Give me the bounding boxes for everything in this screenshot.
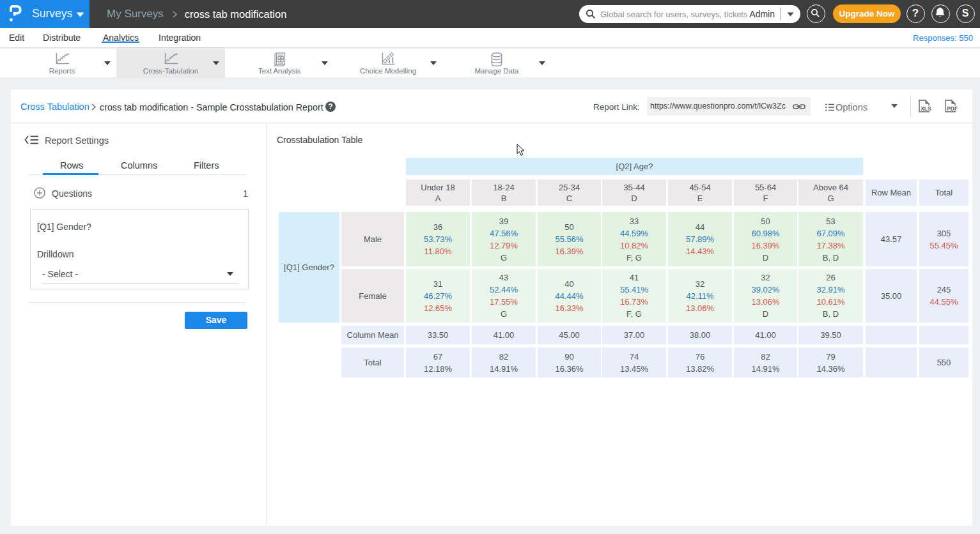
svg-text:PDF: PDF [947,105,958,112]
svg-text:XLS: XLS [921,105,931,112]
